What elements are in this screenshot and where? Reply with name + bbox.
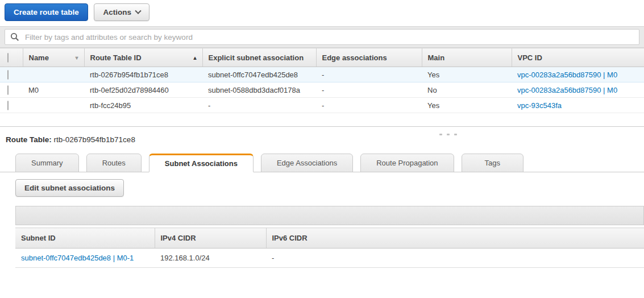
detail-route-table-id: rtb-0267b954fb1b71ce8 (54, 135, 135, 144)
column-header-name[interactable]: Name▾ (23, 48, 84, 67)
subnet-id-link[interactable]: subnet-0ffc7047edb425de8 | M0-1 (21, 254, 134, 262)
actions-label: Actions (103, 8, 131, 16)
table-row[interactable]: rtb-fcc24b95 - - Yes vpc-93c543fa (0, 98, 644, 113)
filter-input-wrap[interactable] (5, 29, 639, 45)
row-checkbox[interactable] (7, 70, 9, 80)
cell-ipv4-cidr: 192.168.1.0/24 (155, 249, 266, 268)
top-toolbar: Create route table Actions (0, 0, 644, 25)
row-checkbox[interactable] (7, 85, 9, 95)
cell-name: M0 (23, 82, 84, 98)
cell-explicit-subnet-association: - (202, 98, 316, 113)
sort-caret-up-icon: ▴ (193, 55, 196, 61)
select-all-checkbox[interactable] (7, 53, 9, 63)
detail-tabs: Summary Routes Subnet Associations Edge … (0, 154, 644, 172)
tab-edge-associations[interactable]: Edge Associations (261, 154, 353, 172)
column-header-ipv6-cidr[interactable]: IPv6 CIDR (266, 228, 644, 249)
table-row[interactable]: rtb-0267b954fb1b71ce8 subnet-0ffc7047edb… (0, 67, 644, 82)
cell-main: Yes (422, 67, 512, 82)
cell-explicit-subnet-association: subnet-0ffc7047edb425de8 (202, 67, 316, 82)
column-header-vpc-id[interactable]: VPC ID (512, 48, 644, 67)
table-row[interactable]: subnet-0ffc7047edb425de8 | M0-1 192.168.… (15, 249, 644, 268)
search-icon (10, 32, 19, 42)
column-header-ipv4-cidr[interactable]: IPv4 CIDR (155, 228, 266, 249)
vpc-id-link[interactable]: vpc-93c543fa (517, 101, 562, 110)
drag-handle-icon[interactable] (439, 129, 462, 137)
vpc-id-link[interactable]: vpc-00283a2a56bd87590 | M0 (517, 86, 617, 94)
detail-title: Route Table: rtb-0267b954fb1b71ce8 (0, 132, 644, 144)
cell-explicit-subnet-association: subnet-0588dbd3dacf0178a (202, 82, 316, 98)
column-header-explicit-subnet-association[interactable]: Explicit subnet association (202, 48, 316, 67)
tab-tags[interactable]: Tags (462, 154, 523, 172)
route-tables-header-row: Name▾ Route Table ID▴ Explicit subnet as… (0, 48, 644, 67)
cell-route-table-id: rtb-0267b954fb1b71ce8 (84, 67, 202, 82)
edit-subnet-associations-button[interactable]: Edit subnet associations (15, 179, 124, 197)
column-header-route-table-id[interactable]: Route Table ID▴ (84, 48, 202, 67)
filter-input[interactable] (24, 32, 634, 42)
detail-label: Route Table: (6, 135, 52, 144)
create-route-table-button[interactable]: Create route table (5, 3, 88, 21)
cell-edge-associations: - (316, 98, 422, 113)
cell-name (23, 67, 84, 82)
row-checkbox[interactable] (7, 101, 9, 110)
chevron-down-icon (135, 8, 141, 14)
subnet-table-toolbar-band (15, 206, 644, 225)
route-tables-table: Name▾ Route Table ID▴ Explicit subnet as… (0, 48, 644, 113)
subnet-table-header-row: Subnet ID IPv4 CIDR IPv6 CIDR (15, 228, 644, 249)
edit-button-row: Edit subnet associations (15, 179, 644, 197)
tab-routes[interactable]: Routes (86, 154, 142, 172)
cell-ipv6-cidr: - (266, 249, 644, 268)
sort-caret-down-icon: ▾ (75, 55, 78, 61)
table-row[interactable]: M0 rtb-0ef25d02d78984460 subnet-0588dbd3… (0, 82, 644, 98)
subnet-associations-table: Subnet ID IPv4 CIDR IPv6 CIDR subnet-0ff… (15, 227, 644, 268)
subnet-associations-panel: Subnet ID IPv4 CIDR IPv6 CIDR subnet-0ff… (15, 206, 644, 268)
cell-main: Yes (422, 98, 512, 113)
actions-dropdown-button[interactable]: Actions (94, 3, 149, 21)
cell-edge-associations: - (316, 67, 422, 82)
tab-route-propagation[interactable]: Route Propagation (360, 154, 454, 172)
column-header-main[interactable]: Main (422, 48, 512, 67)
cell-route-table-id: rtb-0ef25d02d78984460 (84, 82, 202, 98)
tab-subnet-associations[interactable]: Subnet Associations (149, 154, 254, 172)
cell-main: No (422, 82, 512, 98)
cell-edge-associations: - (316, 82, 422, 98)
column-header-subnet-id[interactable]: Subnet ID (15, 228, 155, 249)
cell-route-table-id: rtb-fcc24b95 (84, 98, 202, 113)
cell-name (23, 98, 84, 113)
split-pane-divider (0, 126, 644, 132)
column-header-edge-associations[interactable]: Edge associations (316, 48, 422, 67)
vpc-id-link[interactable]: vpc-00283a2a56bd87590 | M0 (517, 71, 617, 79)
filter-bar (0, 26, 644, 48)
tab-summary[interactable]: Summary (15, 154, 79, 172)
